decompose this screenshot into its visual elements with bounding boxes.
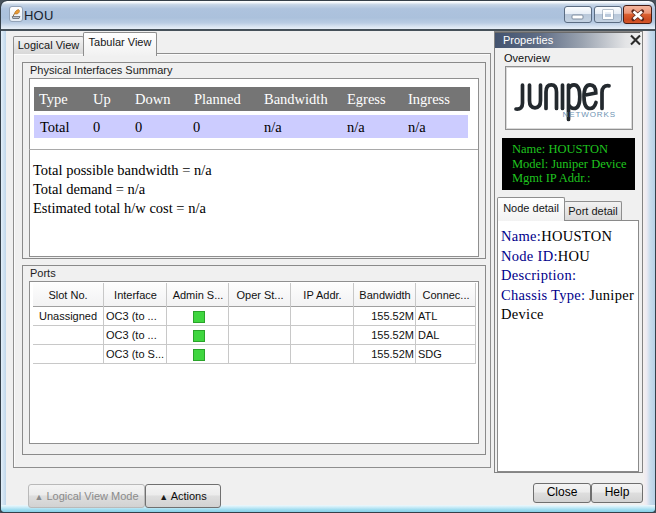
svg-text:NETWORKS: NETWORKS [563,110,616,119]
